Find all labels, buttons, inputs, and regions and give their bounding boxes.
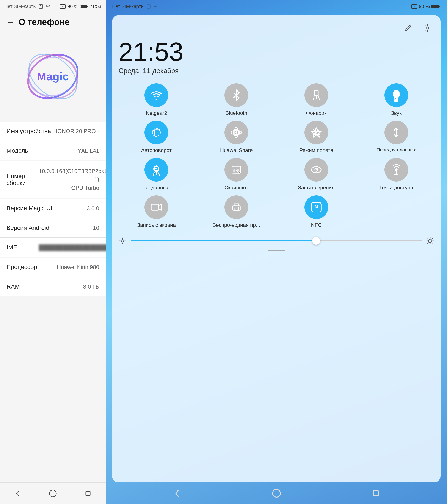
svg-rect-32 [155,130,158,135]
tile-flashlight[interactable]: Фонарик [279,83,354,116]
tile-wireless-print[interactable]: Беспро-водная пр... [199,195,274,228]
screenshot-tile-label: Скриншот [224,184,248,191]
tile-sound[interactable]: Звук [358,83,434,116]
tile-nfc[interactable]: N NFC [279,195,354,228]
tile-data-transfer[interactable]: Передача данных [358,121,434,154]
autorotate-tile-circle [144,121,168,144]
bluetooth-tile-label: Bluetooth [225,110,247,116]
svg-text:N: N [315,204,318,210]
hotspot-tile-circle [385,158,408,181]
tile-airplane[interactable]: Режим полета [279,121,354,154]
flashlight-tile-circle [305,83,328,107]
svg-rect-6 [81,5,86,8]
tile-wifi[interactable]: Netgear2 [118,83,194,116]
recents-button-right[interactable] [369,487,382,500]
back-nav-button[interactable] [11,487,24,500]
nfc-tile-icon: N [310,201,323,214]
wireless-print-tile-label: Беспро-водная пр... [213,222,260,228]
battery-icon-left [80,4,88,9]
svg-point-39 [155,168,157,169]
airplane-tile-icon [310,126,323,139]
recents-icon [84,489,92,498]
info-section: Имя устройства HONOR 20 PRO › Модель YAL… [0,122,106,483]
right-panel: Нет SIM-карты N 90 % 21:53 Среда, 11 дек… [106,0,447,504]
sim-icon-right [146,4,151,9]
screenshot-tile-circle [224,158,248,181]
svg-line-67 [432,243,433,243]
svg-rect-71 [373,491,378,496]
back-button[interactable]: ← [6,18,14,27]
home-icon [49,489,57,498]
status-right-left: N 90 % 21:53 [60,4,101,9]
brightness-track[interactable] [131,240,422,241]
home-button-right[interactable] [270,487,283,500]
edit-button[interactable] [402,21,415,35]
left-panel: Нет SIM-карты N 90 % 21:53 ← О телефоне [0,0,106,504]
tile-huawei-share[interactable]: Huawei Share [199,121,274,154]
svg-point-53 [238,207,239,208]
nfc-icon-status-left: N [60,4,66,9]
tile-screenshot[interactable]: Скриншот [199,158,274,191]
tile-bluetooth[interactable]: Bluetooth [199,83,274,116]
svg-point-61 [428,239,432,243]
page-title: О телефоне [19,17,70,27]
data-transfer-tile-icon [390,126,403,139]
autorotate-tile-label: Автоповорот [141,147,172,154]
tile-hotspot[interactable]: Точка доступа [358,158,434,191]
back-nav-icon-right [172,488,182,498]
clock-display: 21:53 [118,39,434,65]
swipe-bar [268,250,285,251]
brightness-bar[interactable] [118,235,434,247]
svg-line-68 [432,238,433,239]
nfc-tile-circle: N [305,195,328,219]
bottom-nav-right [106,483,447,504]
info-row-build: Номер сборки 10.0.0.168(C10E3R3P2patch01… [0,161,106,198]
sun-small-icon [118,237,126,245]
screen-record-tile-circle [144,195,168,219]
recents-button[interactable] [81,487,95,500]
nfc-icon-status-right: N [411,4,417,9]
settings-button[interactable] [421,21,434,35]
svg-point-46 [315,168,318,171]
svg-point-70 [272,489,280,497]
brightness-high-icon [426,237,434,245]
svg-line-66 [428,238,428,239]
svg-point-11 [49,490,56,497]
tile-eye-comfort[interactable]: Защита зрения [279,158,354,191]
sun-large-icon [426,237,434,245]
eye-comfort-tile-label: Защита зрения [298,184,334,191]
geodata-tile-icon [150,163,163,176]
info-row-ram: RAM 8,0 ГБ [0,277,106,296]
info-row-magic-ui: Версия Magic UI 3.0.0 [0,199,106,218]
svg-rect-18 [432,5,439,8]
info-row-device[interactable]: Имя устройства HONOR 20 PRO › [0,122,106,141]
info-row-imei: IMEI ██████████████████ [0,238,106,257]
svg-point-48 [395,168,398,171]
svg-rect-0 [39,4,43,8]
svg-rect-44 [237,169,239,171]
wireless-print-tile-circle [224,195,248,219]
wifi-tile-circle [144,83,168,107]
status-right-sim: Нет SIM-карты [112,4,157,9]
eye-comfort-tile-circle [305,158,328,181]
tile-autorotate[interactable]: Автоповорот [118,121,194,154]
wireless-print-tile-icon [230,201,243,214]
huawei-share-tile-label: Huawei Share [220,147,253,154]
tile-geodata[interactable]: Геоданные [118,158,194,191]
screen-record-tile-icon [150,201,163,214]
brightness-thumb[interactable] [312,237,320,245]
home-icon-right [271,488,282,498]
recents-icon-right [371,488,381,498]
battery-icon-right [431,4,441,9]
geodata-tile-circle [144,158,168,181]
data-transfer-tile-circle [385,121,408,144]
back-nav-button-right[interactable] [171,487,183,500]
magic-logo: Magic [20,44,85,109]
status-bar-right: Нет SIM-карты N 90 % [106,0,447,13]
tile-screen-record[interactable]: Запись с экрана [118,195,194,228]
eye-comfort-tile-icon [310,163,323,176]
bluetooth-tile-icon [231,89,242,102]
svg-rect-1 [40,5,41,6]
home-button[interactable] [46,487,59,500]
sound-tile-icon [390,89,403,102]
